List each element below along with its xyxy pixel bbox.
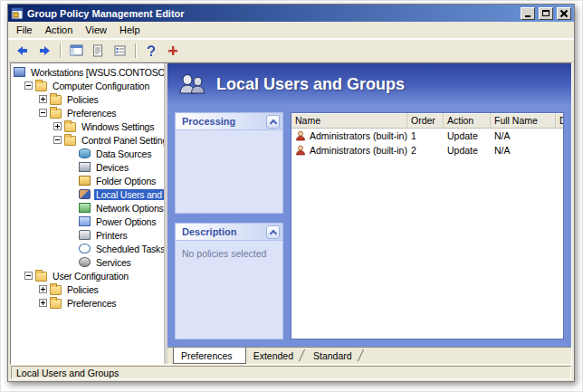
tab-extended[interactable]: Extended bbox=[246, 348, 306, 364]
forward-button[interactable] bbox=[34, 42, 54, 60]
cell-full-name: N/A bbox=[491, 145, 556, 156]
tree-item-user-configuration[interactable]: User Configuration bbox=[11, 269, 164, 282]
new-item-button[interactable] bbox=[163, 42, 183, 60]
maximize-icon bbox=[542, 10, 550, 16]
collapse-toggle[interactable] bbox=[24, 272, 33, 280]
collapse-toggle[interactable] bbox=[24, 81, 33, 90]
folder-icon bbox=[50, 299, 62, 309]
close-button[interactable] bbox=[557, 7, 571, 20]
cell-order: 1 bbox=[407, 130, 444, 141]
devices-icon bbox=[79, 162, 91, 172]
processing-panel-title: Processing bbox=[182, 116, 235, 127]
tree-item-windows-settings[interactable]: Windows Settings bbox=[11, 120, 164, 133]
tree-item-scheduled-tasks[interactable]: Scheduled Tasks bbox=[11, 242, 164, 255]
statusbar: Local Users and Groups bbox=[8, 365, 574, 381]
tree-item-computer-policies[interactable]: Policies bbox=[11, 92, 164, 106]
plus-icon bbox=[167, 45, 178, 56]
export-list-button[interactable] bbox=[88, 42, 108, 60]
arrow-right-icon bbox=[38, 45, 51, 56]
console-tree: Workstations [WSUS.CONTOSO.LOCAL] Policy… bbox=[11, 63, 165, 364]
tree-item-local-users-and-groups[interactable]: Local Users and Groups bbox=[11, 187, 164, 201]
folder-icon bbox=[50, 95, 62, 105]
menu-action[interactable]: Action bbox=[39, 23, 80, 37]
side-panels: Processing Description No policies selec… bbox=[175, 112, 283, 339]
tree-item-computer-preferences[interactable]: Preferences bbox=[11, 106, 164, 120]
page-title: Local Users and Groups bbox=[216, 75, 405, 94]
data-sources-icon bbox=[79, 148, 91, 158]
tree-item-control-panel-settings[interactable]: Control Panel Settings bbox=[11, 133, 164, 147]
menu-file[interactable]: File bbox=[10, 23, 39, 37]
processing-panel: Processing bbox=[175, 112, 283, 214]
tree-item-power-options[interactable]: Power Options bbox=[11, 215, 164, 228]
help-button[interactable] bbox=[141, 42, 161, 60]
collapse-toggle[interactable] bbox=[53, 136, 62, 144]
tree-item-services[interactable]: Services bbox=[11, 255, 164, 269]
cell-order: 2 bbox=[407, 145, 444, 156]
tree-item-network-options[interactable]: Network Options bbox=[11, 201, 164, 215]
network-options-icon bbox=[79, 203, 91, 213]
list-header: Name Order Action Full Name Description bbox=[292, 113, 563, 129]
properties-button[interactable] bbox=[110, 42, 129, 60]
user-icon bbox=[295, 130, 306, 141]
tree-item-devices[interactable]: Devices bbox=[11, 160, 164, 174]
collapse-toggle[interactable] bbox=[39, 109, 47, 117]
expand-toggle[interactable] bbox=[39, 285, 47, 293]
application-window: Group Policy Management Editor File Acti… bbox=[7, 4, 575, 382]
window-title: Group Policy Management Editor bbox=[27, 8, 517, 19]
minimize-button[interactable] bbox=[521, 7, 535, 20]
chevron-up-icon bbox=[269, 119, 276, 126]
collapse-panel-button[interactable] bbox=[266, 115, 280, 129]
toolbar-separator bbox=[135, 43, 136, 58]
description-panel-title: Description bbox=[182, 226, 237, 237]
column-header-action[interactable]: Action bbox=[444, 113, 491, 129]
tree-item-root-policy[interactable]: Workstations [WSUS.CONTOSO.LOCAL] Policy bbox=[11, 65, 164, 79]
document-icon bbox=[92, 44, 103, 57]
expand-toggle[interactable] bbox=[53, 122, 62, 130]
preference-header: Local Users and Groups bbox=[167, 63, 571, 105]
view-tabs: Preferences Extended Standard bbox=[167, 347, 571, 364]
tab-preferences[interactable]: Preferences bbox=[173, 348, 246, 364]
help-icon bbox=[146, 44, 157, 57]
expand-toggle[interactable] bbox=[39, 95, 47, 103]
show-console-tree-button[interactable] bbox=[66, 42, 86, 60]
results-pane: Local Users and Groups Processing Descri… bbox=[167, 63, 571, 364]
expand-toggle[interactable] bbox=[39, 299, 47, 307]
menu-view[interactable]: View bbox=[79, 23, 113, 37]
tree-item-data-sources[interactable]: Data Sources bbox=[11, 147, 164, 160]
tree-item-computer-configuration[interactable]: Computer Configuration bbox=[11, 79, 164, 92]
tree-item-folder-options[interactable]: Folder Options bbox=[11, 174, 164, 187]
folder-icon bbox=[50, 285, 62, 295]
tree-item-user-policies[interactable]: Policies bbox=[11, 282, 164, 296]
services-icon bbox=[79, 257, 91, 267]
column-header-order[interactable]: Order bbox=[407, 113, 444, 129]
column-header-name[interactable]: Name bbox=[292, 113, 407, 129]
tree-item-label: Scheduled Tasks bbox=[94, 244, 165, 254]
tree-item-label: Computer Configuration bbox=[51, 81, 151, 91]
toolbar-separator bbox=[60, 43, 61, 58]
preference-body: Processing Description No policies selec… bbox=[167, 105, 571, 347]
tree-item-label: Devices bbox=[94, 162, 130, 173]
folder-options-icon bbox=[79, 176, 91, 186]
menu-help[interactable]: Help bbox=[113, 23, 147, 37]
folder-icon bbox=[64, 122, 76, 132]
column-header-full-name[interactable]: Full Name bbox=[491, 113, 556, 129]
tab-standard[interactable]: Standard bbox=[306, 348, 365, 364]
back-button[interactable] bbox=[13, 42, 33, 60]
power-options-icon bbox=[79, 216, 91, 226]
description-panel: Description No policies selected bbox=[175, 223, 283, 339]
tree-item-user-preferences[interactable]: Preferences bbox=[11, 296, 164, 310]
table-row[interactable]: Administrators (built-in) 2 Update N/A bbox=[292, 143, 563, 158]
tree-item-label: Preferences bbox=[65, 298, 118, 309]
cell-name: Administrators (built-in) bbox=[310, 145, 407, 156]
maximize-button[interactable] bbox=[539, 7, 553, 20]
collapse-panel-button[interactable] bbox=[266, 225, 280, 239]
table-row[interactable]: Administrators (built-in) 1 Update N/A bbox=[292, 129, 563, 143]
menubar: File Action View Help bbox=[8, 22, 574, 39]
titlebar[interactable]: Group Policy Management Editor bbox=[8, 5, 574, 22]
gpo-icon bbox=[14, 67, 25, 77]
tree-item-printers[interactable]: Printers bbox=[11, 228, 164, 242]
column-header-description[interactable]: Description bbox=[556, 113, 563, 129]
folder-icon bbox=[35, 81, 47, 91]
tree-item-label: User Configuration bbox=[51, 271, 130, 282]
tree-item-label: Windows Settings bbox=[80, 121, 156, 132]
